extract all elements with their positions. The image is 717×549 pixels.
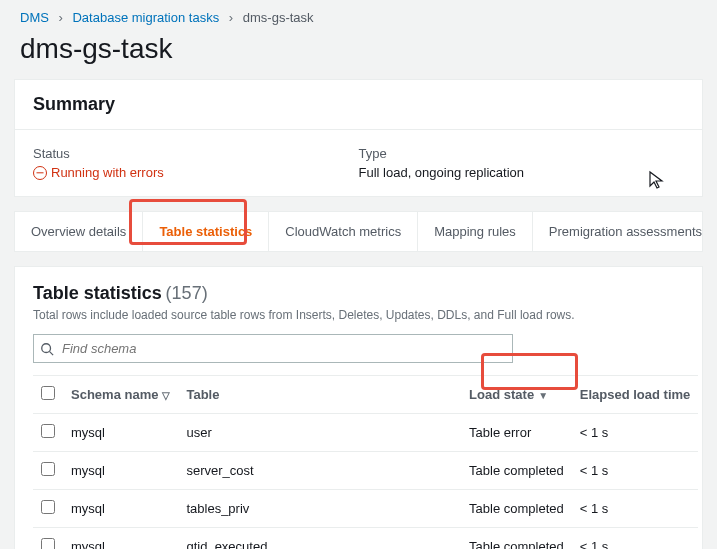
cell-table: server_cost bbox=[178, 452, 461, 490]
breadcrumb-root[interactable]: DMS bbox=[20, 10, 49, 25]
cell-table: gtid_executed bbox=[178, 528, 461, 550]
table-row: mysqlserver_costTable completed< 1 s bbox=[33, 452, 698, 490]
col-schema-name[interactable]: Schema name▽ bbox=[63, 376, 178, 414]
breadcrumb-parent[interactable]: Database migration tasks bbox=[72, 10, 219, 25]
tab-mapping-rules[interactable]: Mapping rules bbox=[418, 212, 533, 251]
sort-icon: ▽ bbox=[162, 390, 170, 401]
cell-schema: mysql bbox=[63, 452, 178, 490]
tab-cloudwatch-metrics[interactable]: CloudWatch metrics bbox=[269, 212, 418, 251]
search-icon bbox=[40, 342, 54, 356]
svg-line-1 bbox=[50, 351, 54, 355]
summary-header: Summary bbox=[15, 80, 702, 130]
row-checkbox[interactable] bbox=[41, 538, 55, 549]
stats-title: Table statistics bbox=[33, 283, 162, 303]
cell-load-state: Table completed bbox=[461, 528, 572, 550]
type-label: Type bbox=[359, 146, 685, 161]
stats-subtitle: Total rows include loaded source table r… bbox=[33, 308, 684, 322]
select-all-checkbox[interactable] bbox=[41, 386, 55, 400]
type-value: Full load, ongoing replication bbox=[359, 165, 685, 180]
cell-elapsed: < 1 s bbox=[572, 490, 699, 528]
row-checkbox[interactable] bbox=[41, 424, 55, 438]
status-value: Running with errors bbox=[33, 165, 359, 180]
chevron-right-icon: › bbox=[59, 10, 63, 25]
cell-elapsed: < 1 s bbox=[572, 414, 699, 452]
cell-load-state: Table completed bbox=[461, 452, 572, 490]
col-load-state[interactable]: Load state▼ bbox=[461, 376, 572, 414]
search-input[interactable] bbox=[33, 334, 513, 363]
status-text: Running with errors bbox=[51, 165, 164, 180]
sort-icon: ▼ bbox=[538, 390, 548, 401]
error-icon bbox=[33, 166, 47, 180]
stats-count: (157) bbox=[166, 283, 208, 303]
table-row: mysqltables_privTable completed< 1 s bbox=[33, 490, 698, 528]
col-table[interactable]: Table bbox=[178, 376, 461, 414]
table-row: mysqlgtid_executedTable completed< 1 s bbox=[33, 528, 698, 550]
tab-premigration-assessments[interactable]: Premigration assessments bbox=[533, 212, 717, 251]
cell-schema: mysql bbox=[63, 414, 178, 452]
stats-table: Schema name▽ Table Load state▼ Elapsed l… bbox=[33, 375, 698, 549]
tab-table-statistics[interactable]: Table statistics bbox=[143, 212, 269, 251]
row-checkbox[interactable] bbox=[41, 462, 55, 476]
col-elapsed-load-time[interactable]: Elapsed load time bbox=[572, 376, 699, 414]
cell-elapsed: < 1 s bbox=[572, 452, 699, 490]
breadcrumb-current: dms-gs-task bbox=[243, 10, 314, 25]
cell-load-state: Table completed bbox=[461, 490, 572, 528]
summary-panel: Summary Status Running with errors Type … bbox=[14, 79, 703, 197]
breadcrumb: DMS › Database migration tasks › dms-gs-… bbox=[0, 0, 717, 29]
table-row: mysqluserTable error< 1 s bbox=[33, 414, 698, 452]
row-checkbox[interactable] bbox=[41, 500, 55, 514]
cell-elapsed: < 1 s bbox=[572, 528, 699, 550]
tabs: Overview details Table statistics CloudW… bbox=[14, 211, 703, 252]
status-label: Status bbox=[33, 146, 359, 161]
page-title: dms-gs-task bbox=[0, 29, 717, 79]
svg-point-0 bbox=[42, 343, 51, 352]
tab-overview-details[interactable]: Overview details bbox=[15, 212, 143, 251]
table-statistics-panel: Table statistics (157) Total rows includ… bbox=[14, 266, 703, 549]
cell-schema: mysql bbox=[63, 528, 178, 550]
chevron-right-icon: › bbox=[229, 10, 233, 25]
cell-load-state: Table error bbox=[461, 414, 572, 452]
cell-table: tables_priv bbox=[178, 490, 461, 528]
cell-table: user bbox=[178, 414, 461, 452]
cell-schema: mysql bbox=[63, 490, 178, 528]
